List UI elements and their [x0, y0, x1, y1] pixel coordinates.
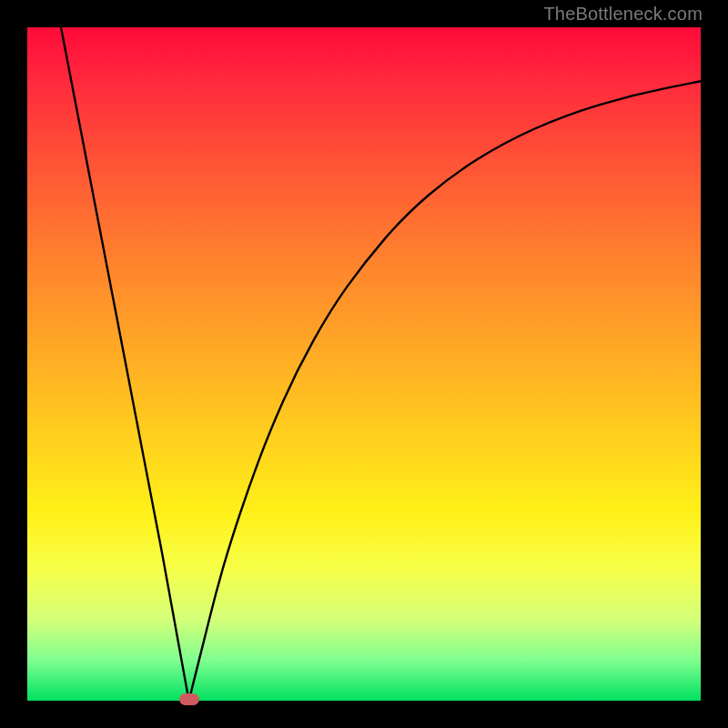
bottleneck-curve	[27, 27, 701, 701]
chart-frame: TheBottleneck.com	[0, 0, 728, 728]
watermark-text: TheBottleneck.com	[543, 4, 703, 25]
optimal-point-marker	[179, 693, 199, 705]
curve-path	[61, 27, 701, 701]
plot-area	[27, 27, 701, 701]
